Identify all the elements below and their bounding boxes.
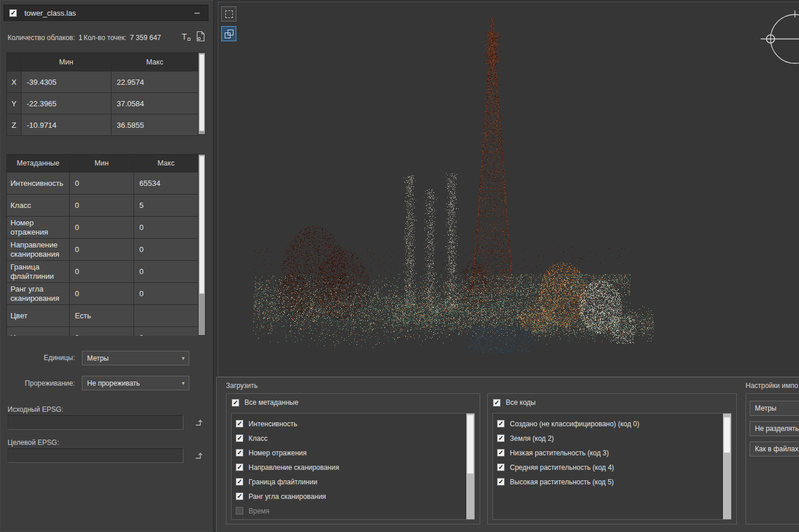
source-epsg-input[interactable] [8,415,183,430]
list-item[interactable]: ✓Класс [232,431,474,445]
checkbox[interactable]: ✓ [236,478,243,486]
meta-max-value: 65534 [134,172,198,194]
las-import-window: ✓ tower_class.las – Количество облаков: … [0,0,799,532]
minimize-button[interactable]: – [192,9,203,17]
meta-max-value: 0 [134,327,198,336]
import-option-field[interactable]: Не разделять [750,421,799,436]
bounds-scrollbar[interactable] [198,52,206,135]
item-label: Время [249,507,269,515]
target-epsg-input[interactable] [8,448,183,463]
units-label: Единицы: [1,354,75,362]
meta-min-value: 0 [70,172,134,194]
list-item[interactable]: ✓Создано (не классифицировано) (код 0) [493,416,731,431]
file-title: tower_class.las [24,9,76,17]
load-settings-panel: Загрузить ✓ Все метаданные ✓Интенсивност… [216,377,799,532]
meta-min-value: 0 [70,327,134,336]
item-label: Класс [249,434,268,443]
checkbox[interactable]: ✓ [236,493,243,500]
scrollbar-thumb[interactable] [467,415,474,474]
file-enabled-checkbox[interactable]: ✓ [9,9,17,17]
meta-max-value: 5 [134,195,198,216]
list-item[interactable]: ✓Земля (код 2) [493,431,731,445]
file-icon[interactable] [196,31,205,42]
meta-col-max: Макс [134,154,198,172]
dropdown-arrow-icon: ▾ [182,355,185,361]
transform-tool-button[interactable] [221,26,236,41]
list-item[interactable]: ✓Низкая растительность (код 3) [493,445,731,460]
list-item[interactable]: ✓Средняя растительность (код 4) [493,460,731,475]
import-option-field[interactable]: Метры [750,401,799,416]
checkbox[interactable]: ✓ [236,463,243,471]
viewport-3d [218,2,799,377]
list-item[interactable]: ✓Ранг угла сканирования [232,489,474,504]
item-label: Высокая растительность (код 5) [510,478,614,486]
points-count-label: Кол-во точек: [84,34,127,42]
bounds-min-value: -39.4305 [21,71,111,92]
meta-min-value: 0 [70,261,134,282]
meta-max-value: 0 [134,261,198,282]
target-epsg-pick-button[interactable] [193,450,204,461]
checkbox[interactable]: ✓ [497,420,505,427]
bounds-max-value: 36.5855 [111,114,198,135]
meta-max-value: 0 [134,239,198,260]
all-codes-checkbox[interactable]: ✓ [493,399,501,407]
meta-min-value: 0 [70,217,134,238]
metadata-list-scrollbar[interactable] [466,414,474,519]
text-size-icon[interactable]: T [182,31,187,41]
item-label: Создано (не классифицировано) (код 0) [510,420,639,428]
list-item[interactable]: ✓Направление сканирования [232,460,474,475]
checkbox[interactable] [236,507,243,515]
bounds-max-value: 22.9574 [111,71,198,92]
bounds-table: МинМаксX-39.430522.9574Y-22.396537.0584Z… [6,52,199,136]
navigation-compass[interactable] [757,9,799,69]
all-codes-label: Все коды [506,398,535,407]
clouds-count-label: Количество облаков: [8,34,75,42]
checkbox[interactable]: ✓ [497,463,505,471]
checkbox[interactable]: ✓ [236,449,243,456]
meta-min-value: 0 [70,283,134,304]
panel-titlebar: ✓ tower_class.las – [3,5,208,21]
point-cloud-canvas[interactable] [218,2,799,376]
bounds-corner-cell [7,53,21,71]
meta-name-cell: И [7,327,69,336]
scrollbar-thumb[interactable] [199,156,204,294]
import-option-field[interactable]: Как в файлах [750,441,799,456]
cloud-info-row: Количество облаков: 1 Кол-во точек: 7 35… [8,32,207,44]
bounds-min-value: -22.3965 [21,93,111,114]
list-item[interactable]: ✓Высокая растительность (код 5) [493,475,731,489]
metadata-scrollbar[interactable] [198,154,206,336]
meta-name-cell: Граница флайтлинии [7,261,69,282]
scrollbar-thumb[interactable] [724,417,730,453]
codes-list-scrollbar[interactable] [722,414,731,519]
metadata-table-wrap: МетаданныеМинМаксИнтенсивность065534Клас… [6,154,199,336]
load-section-label: Загрузить [226,382,258,390]
codes-group: ✓ Все коды ✓Создано (не классифицировано… [487,393,737,524]
checkbox[interactable]: ✓ [497,478,505,486]
checkbox[interactable]: ✓ [497,434,505,442]
list-item[interactable]: Время [232,504,474,518]
checkbox[interactable]: ✓ [497,449,505,456]
meta-col-min: Мин [70,154,134,172]
list-item[interactable]: ✓Номер отражения [232,445,474,460]
checkbox[interactable]: ✓ [236,420,243,427]
elbow-arrow-icon [194,418,203,427]
thinning-dropdown[interactable]: Не прореживать ▾ [82,376,189,390]
all-metadata-checkbox[interactable]: ✓ [232,399,239,407]
source-epsg-pick-button[interactable] [193,416,204,428]
all-metadata-label: Все метаданные [244,398,298,407]
list-item[interactable]: ✓Граница флайтлинии [232,475,474,489]
metadata-list: ✓Интенсивность✓Класс✓Номер отражения✓Нап… [231,413,475,520]
units-dropdown[interactable]: Метры ▾ [82,351,189,365]
checkbox[interactable]: ✓ [236,434,243,442]
meta-min-value: Есть [70,305,134,326]
list-item[interactable]: ✓Интенсивность [232,416,474,431]
marquee-select-icon [225,10,233,18]
item-label: Интенсивность [249,420,297,428]
transform-tool-icon [225,30,233,38]
rectangle-select-tool-button[interactable] [221,6,236,21]
axis-label: Z [7,114,21,135]
meta-max-value [134,305,198,326]
bounds-min-value: -10.9714 [21,114,111,135]
scrollbar-thumb[interactable] [199,54,204,131]
meta-max-value: 0 [134,217,198,238]
